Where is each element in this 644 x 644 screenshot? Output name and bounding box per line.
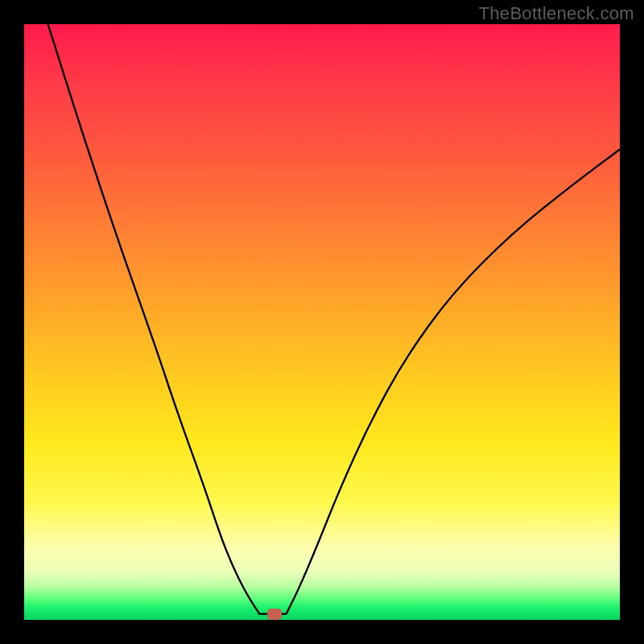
chart-frame: TheBottleneck.com (0, 0, 644, 644)
plot-area (24, 24, 620, 620)
bottleneck-curve (24, 24, 620, 620)
optimal-point-marker (267, 609, 282, 620)
watermark-text: TheBottleneck.com (479, 3, 634, 24)
curve-path (48, 24, 620, 614)
